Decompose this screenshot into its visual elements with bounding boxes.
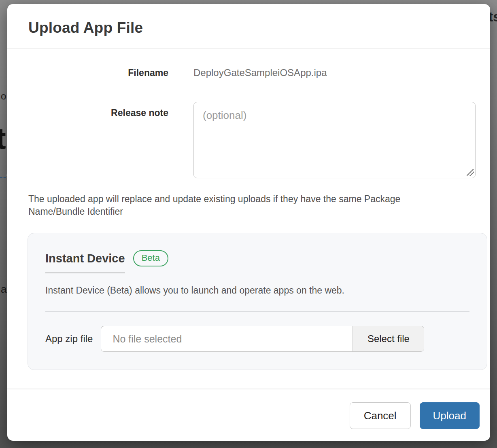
release-note-field-wrap	[193, 102, 476, 178]
app-zip-file-row: App zip file Select file	[45, 326, 469, 352]
instant-device-heading: Instant Device	[45, 252, 125, 265]
dialog-title: Upload App File	[28, 19, 470, 36]
replace-note-text: The uploaded app will replace and update…	[28, 193, 437, 218]
filename-value: DeployGateSampleiOSApp.ipa	[193, 67, 480, 78]
app-zip-file-label: App zip file	[45, 333, 93, 344]
select-file-button[interactable]: Select file	[353, 326, 424, 351]
background-text-fragment: o	[1, 91, 6, 102]
screen: ts o t /i a Upload App File Filename Dep…	[0, 0, 497, 448]
release-note-input[interactable]	[193, 102, 476, 178]
background-text-fragment: t	[0, 121, 6, 156]
app-zip-filename-input[interactable]	[101, 326, 353, 351]
instant-device-heading-row: Instant Device Beta	[45, 250, 469, 266]
instant-device-panel: Instant Device Beta Instant Device (Beta…	[28, 233, 487, 370]
dialog-footer: Cancel Upload	[7, 389, 490, 441]
dialog-header: Upload App File	[7, 4, 490, 49]
instant-device-description: Instant Device (Beta) allows you to laun…	[45, 285, 469, 296]
upload-button[interactable]: Upload	[420, 402, 480, 429]
background-text-fragment: a	[1, 283, 6, 296]
beta-badge: Beta	[133, 250, 168, 266]
upload-app-file-dialog: Upload App File Filename DeployGateSampl…	[7, 4, 490, 441]
cancel-button[interactable]: Cancel	[350, 402, 411, 429]
filename-row: Filename DeployGateSampleiOSApp.ipa	[28, 67, 480, 78]
file-picker-group: Select file	[101, 326, 424, 352]
release-note-label: Release note	[28, 102, 168, 178]
panel-divider	[45, 311, 469, 312]
release-note-row: Release note	[28, 102, 480, 178]
filename-label: Filename	[28, 68, 168, 78]
dialog-body: Filename DeployGateSampleiOSApp.ipa Rele…	[7, 49, 490, 389]
